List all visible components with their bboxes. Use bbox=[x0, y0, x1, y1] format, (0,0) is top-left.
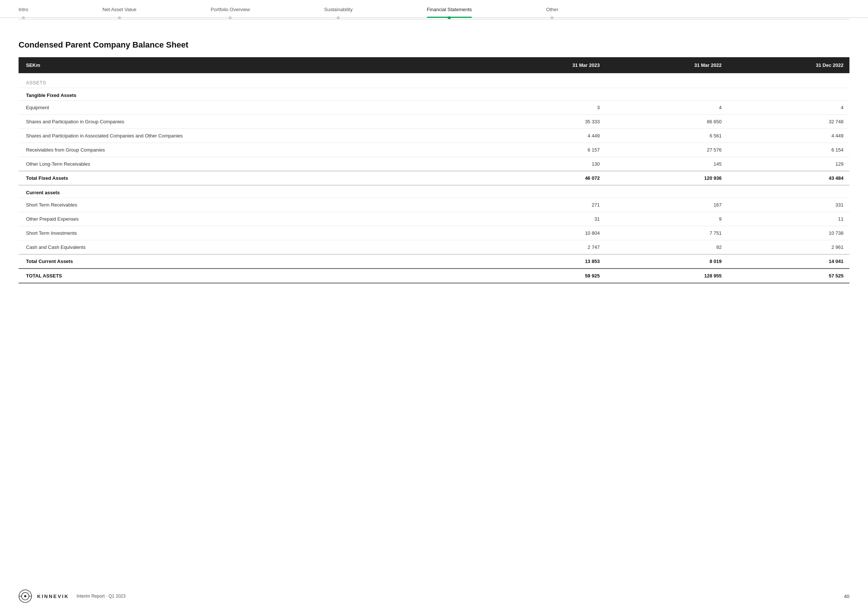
table-row: Total Fixed Assets46 072120 93643 484 bbox=[19, 171, 849, 185]
footer-report-label: Interim Report · Q1 2023 bbox=[76, 594, 126, 599]
table-row: Other Long-Term Receivables130145129 bbox=[19, 157, 849, 171]
nav-item-sustainability[interactable]: Sustainability bbox=[324, 7, 353, 17]
svg-point-2 bbox=[24, 595, 26, 597]
footer-left: KINNEVIK Interim Report · Q1 2023 bbox=[19, 589, 126, 603]
footer-company-name: KINNEVIK bbox=[37, 594, 69, 599]
main-content: Condensed Parent Company Balance Sheet S… bbox=[0, 18, 868, 306]
table-row: ASSETS bbox=[19, 73, 849, 88]
page-footer: KINNEVIK Interim Report · Q1 2023 40 bbox=[19, 589, 849, 603]
table-row: Short Term Receivables271167331 bbox=[19, 198, 849, 212]
table-header-row: SEKm 31 Mar 2023 31 Mar 2022 31 Dec 2022 bbox=[19, 57, 849, 73]
footer-page-number: 40 bbox=[844, 594, 849, 599]
nav-progress-line bbox=[19, 19, 849, 19]
table-row: Total Current Assets13 8538 01914 041 bbox=[19, 255, 849, 269]
table-row: TOTAL ASSETS59 925128 95557 525 bbox=[19, 269, 849, 283]
kinnevik-logo bbox=[19, 589, 32, 603]
nav-item-net-asset-value[interactable]: Net Asset Value bbox=[102, 7, 136, 17]
nav-item-intro[interactable]: Intro bbox=[19, 7, 28, 17]
table-row: Shares and Participation in Group Compan… bbox=[19, 115, 849, 129]
table-row: Shares and Participation in Associated C… bbox=[19, 129, 849, 143]
nav-item-financial-statements[interactable]: Financial Statements bbox=[427, 7, 472, 17]
table-row: Short Term Investments10 8047 75110 738 bbox=[19, 226, 849, 240]
table-row: Equipment344 bbox=[19, 101, 849, 115]
table-row: Receiviables from Group Companies6 15727… bbox=[19, 143, 849, 157]
table-row: Cash and Cash Equivalents2 747922 961 bbox=[19, 240, 849, 255]
nav-item-portfolio-overview[interactable]: Portfolio Overview bbox=[211, 7, 250, 17]
table-row: Other Prepaid Expenses31911 bbox=[19, 212, 849, 226]
page-title: Condensed Parent Company Balance Sheet bbox=[19, 40, 849, 50]
balance-sheet-table: SEKm 31 Mar 2023 31 Mar 2022 31 Dec 2022… bbox=[19, 57, 849, 283]
table-row: Tangible Fixed Assets bbox=[19, 88, 849, 101]
header-col3: 31 Dec 2022 bbox=[728, 57, 849, 73]
header-col1: 31 Mar 2023 bbox=[484, 57, 606, 73]
nav-item-other[interactable]: Other bbox=[546, 7, 558, 17]
table-row: Current assets bbox=[19, 185, 849, 198]
header-col2: 31 Mar 2022 bbox=[606, 57, 727, 73]
navigation-bar: Intro Net Asset Value Portfolio Overview… bbox=[0, 0, 868, 18]
header-label-col: SEKm bbox=[19, 57, 484, 73]
